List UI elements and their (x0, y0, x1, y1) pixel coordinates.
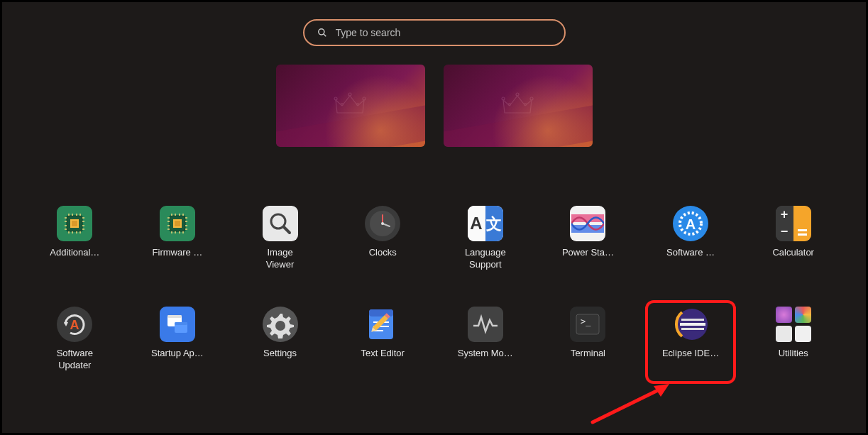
wave-icon (571, 207, 604, 240)
folder-utilities[interactable]: Utilities (742, 307, 845, 372)
app-label: Clocks (369, 247, 397, 259)
app-label: Startup Ap… (151, 348, 204, 360)
app-label: Image Viewer (266, 247, 295, 271)
calculator-icon: + − (776, 206, 811, 241)
svg-point-4 (363, 97, 366, 100)
svg-text:文: 文 (485, 215, 502, 233)
svg-text:A: A (686, 216, 696, 232)
app-system-monitor[interactable]: System Mo… (434, 307, 537, 372)
app-label: Power Sta… (562, 247, 614, 259)
workspace-1[interactable] (276, 65, 425, 147)
svg-text:A: A (470, 214, 482, 233)
app-firmware-updater[interactable]: Firmware … (126, 206, 229, 271)
svg-point-2 (334, 97, 337, 100)
workspace-2[interactable] (444, 65, 593, 147)
app-image-viewer[interactable]: Image Viewer (229, 206, 331, 271)
svg-rect-71 (798, 233, 807, 236)
svg-line-1 (323, 34, 326, 37)
svg-point-3 (348, 93, 351, 96)
clock-icon (368, 209, 397, 238)
svg-text:>_: >_ (581, 316, 591, 326)
svg-marker-72 (64, 322, 68, 326)
search-input[interactable] (336, 27, 551, 38)
activities-overview: Additional… Firmware … (0, 0, 868, 435)
svg-rect-65 (793, 206, 811, 224)
editor-icon (365, 307, 400, 342)
app-terminal[interactable]: >_ Terminal (537, 307, 639, 372)
svg-text:A: A (70, 318, 79, 332)
app-label: Utilities (779, 348, 808, 360)
app-label: Eclipse IDE… (662, 348, 719, 360)
svg-rect-90 (681, 319, 704, 321)
app-text-editor[interactable]: Text Editor (331, 307, 434, 372)
updater-icon: A (60, 309, 89, 339)
svg-point-78 (275, 321, 285, 331)
app-power-statistics[interactable]: Power Sta… (537, 206, 639, 271)
eclipse-icon (673, 307, 708, 342)
language-icon: A 文 (468, 206, 503, 241)
svg-rect-33 (175, 221, 180, 226)
svg-line-51 (284, 227, 290, 233)
app-label: System Mo… (458, 348, 513, 360)
app-eclipse-ide[interactable]: Eclipse IDE… (639, 307, 742, 372)
app-label: Additional… (50, 247, 99, 259)
app-settings[interactable]: Settings (229, 307, 331, 372)
svg-rect-80 (369, 309, 393, 316)
pulse-icon (471, 310, 500, 338)
svg-rect-14 (72, 221, 77, 226)
app-label: Software Updater (57, 348, 93, 372)
svg-point-0 (318, 29, 324, 35)
svg-point-8 (516, 93, 519, 96)
svg-text:+: + (780, 207, 788, 221)
svg-point-6 (356, 104, 358, 106)
folder-icon-grid (776, 307, 811, 342)
svg-rect-67 (793, 224, 811, 241)
crown-icon (333, 92, 367, 117)
app-clocks[interactable]: Clocks (331, 206, 434, 271)
app-label: Software … (666, 247, 715, 259)
app-label: Terminal (571, 348, 605, 360)
svg-rect-92 (681, 328, 704, 330)
app-startup-applications[interactable]: Startup Ap… (126, 307, 229, 372)
app-software-properties[interactable]: A Software … (639, 206, 742, 271)
svg-point-9 (530, 97, 533, 100)
svg-point-5 (341, 104, 343, 106)
svg-rect-75 (167, 315, 182, 318)
chip-icon (62, 211, 87, 236)
svg-rect-77 (175, 322, 187, 325)
chip-icon (165, 211, 189, 236)
svg-rect-91 (680, 323, 705, 326)
app-label: Settings (263, 348, 297, 360)
gear-icon (266, 310, 295, 338)
windows-icon (165, 312, 190, 337)
magnifier-icon (268, 211, 293, 236)
svg-text:−: − (780, 224, 788, 238)
app-label: Text Editor (361, 348, 404, 360)
svg-rect-70 (798, 229, 807, 231)
app-label: Language Support (465, 247, 506, 271)
letter-a-gear-icon: A (677, 210, 704, 237)
app-language-support[interactable]: A 文 Language Support (434, 206, 537, 271)
app-calculator[interactable]: + − Calculator (742, 206, 845, 271)
svg-point-11 (524, 104, 526, 106)
crown-icon (500, 92, 534, 117)
svg-point-10 (508, 104, 510, 106)
svg-point-7 (502, 97, 505, 100)
svg-point-55 (381, 222, 384, 225)
app-label: Calculator (772, 247, 814, 259)
app-label: Firmware … (153, 247, 203, 259)
app-software-updater[interactable]: A Software Updater (23, 307, 126, 372)
search-bar[interactable] (303, 19, 566, 46)
app-grid: Additional… Firmware … (2, 206, 866, 372)
search-icon (317, 28, 327, 38)
app-additional-drivers[interactable]: Additional… (23, 206, 126, 271)
workspace-switcher (276, 65, 593, 147)
terminal-icon: >_ (573, 310, 602, 338)
